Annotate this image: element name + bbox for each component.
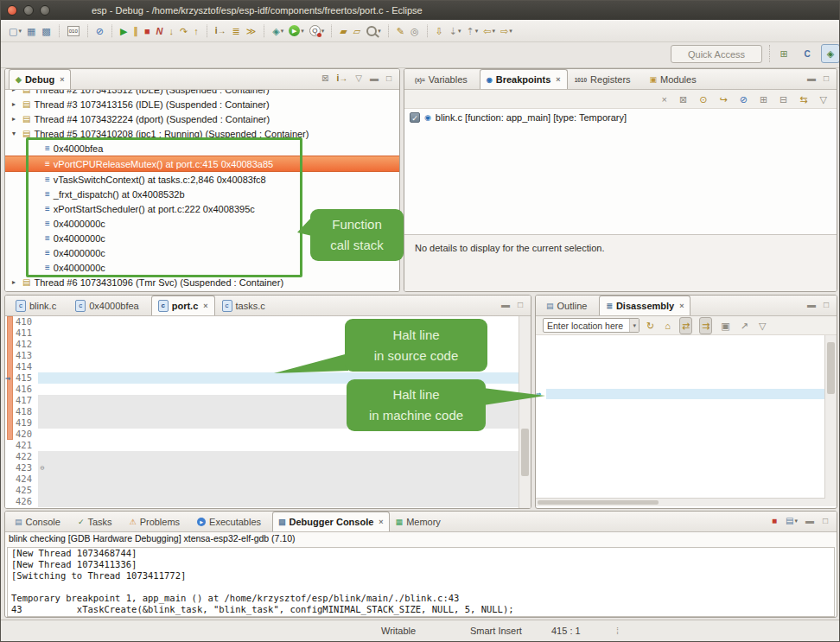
show-stack-icon[interactable]: ≣ <box>231 22 243 40</box>
goto-file-icon[interactable]: ↪ <box>717 91 729 108</box>
view-tab[interactable]: ◉ Breakpoints × <box>480 69 568 89</box>
editor-tab[interactable]: c port.c × <box>151 296 215 315</box>
use-step-filters-icon[interactable]: ≫ <box>245 22 259 40</box>
editor-vertical-scrollbar[interactable] <box>519 316 531 509</box>
step-into-icon[interactable]: ↓ <box>168 22 177 40</box>
disassembly-line[interactable]: 40083a87: srli a3, a0, 6 <box>536 399 837 410</box>
disassembly-line[interactable]: 40083a88: entry a1, 32 <box>536 432 837 442</box>
disassembly-line[interactable]: 40083a7d: movi.n a2, 1 <box>536 335 837 346</box>
debug-icon[interactable]: ◈ ▾ <box>270 22 285 40</box>
tab-close-icon[interactable]: × <box>556 75 560 84</box>
minimize-icon[interactable]: ▬ <box>807 299 816 311</box>
code-line[interactable]: 423 ⊖ void vPortFirstTaskHook(TaskFuncti… <box>5 462 531 474</box>
open-resource-icon[interactable]: ▱ <box>352 22 363 40</box>
editor-tab[interactable]: c tasks.c <box>215 296 277 315</box>
toggle-mark-occurrences-icon[interactable]: ✎ <box>395 22 407 40</box>
code-line[interactable]: 416 return ret; <box>5 384 531 395</box>
disassembly-vertical-scrollbar[interactable] <box>824 335 837 506</box>
disassembly-line[interactable]: ⇒ 40083a85: retw.n <box>536 389 837 399</box>
save-all-icon[interactable]: ▩ <box>40 22 53 40</box>
collapse-all-icon[interactable]: ⊟ <box>778 91 789 108</box>
remove-all-breakpoints-icon[interactable]: ⊠ <box>678 91 689 108</box>
disassembly-line[interactable]: 453 return heap_caps_malloc(xWantedSize <box>536 442 837 453</box>
code-line[interactable]: 426 #endif <box>5 496 531 507</box>
next-annotation-icon[interactable]: ⇣ ▾ <box>448 22 463 40</box>
source-editor[interactable]: 410 ets_printf("Last non-recursive lock … <box>5 316 531 509</box>
maximize-icon[interactable]: □ <box>824 299 829 311</box>
editor-tab[interactable]: c 0x4000bfea <box>68 296 151 315</box>
code-line[interactable]: ⇒ 415 portEXIT_CRITICAL_NESTED(irqStatus… <box>5 372 531 384</box>
view-tab[interactable]: 1010 Registers <box>568 69 643 89</box>
remove-breakpoint-icon[interactable]: × <box>660 91 669 108</box>
previous-annotation-icon[interactable]: ⇡ ▾ <box>465 22 480 40</box>
disassembly-horizontal-scrollbar[interactable] <box>536 498 825 506</box>
cpp-perspective-icon[interactable]: C <box>798 44 817 63</box>
view-tab[interactable]: ⚠ Problems <box>124 512 192 531</box>
skip-all-breakpoints-icon[interactable]: ⊘ <box>738 91 749 108</box>
fold-marker-icon[interactable] <box>38 417 47 429</box>
view-tab[interactable]: ▤ Debugger Console × <box>272 512 390 531</box>
disassembly-line[interactable]: 40083a82: callx8 a8 <box>536 367 837 378</box>
tab-close-icon[interactable]: × <box>379 518 383 526</box>
scrollbar-thumb[interactable] <box>538 500 659 505</box>
fold-marker-icon[interactable] <box>38 429 47 440</box>
minimize-icon[interactable]: ▬ <box>805 515 815 527</box>
resume-icon[interactable]: ▶ <box>118 22 130 40</box>
fold-marker-icon[interactable] <box>38 372 47 384</box>
disassembly-line[interactable]: pvPortMalloc: <box>536 421 837 431</box>
code-line[interactable]: 417 #else //!CONFIG_FREERTOS_UNICORE <box>5 395 531 406</box>
debug-tree-row[interactable]: ≡ 0x4000000c <box>5 216 399 231</box>
fold-marker-icon[interactable] <box>38 406 47 417</box>
show-supported-breakpoints-icon[interactable]: ⊙ <box>697 91 709 108</box>
debug-tree-row[interactable]: ≡ 0x4000000c <box>5 260 399 275</box>
breakpoint-checkbox[interactable]: ✓ <box>410 112 420 123</box>
disassembly-line[interactable]: 40083a91: call8 0x40081b20 <heap_caps_ma… <box>536 474 837 485</box>
code-line[interactable]: 411 ets_printf("Called by %s line %d\n",… <box>5 327 531 339</box>
new-view-icon[interactable]: ▣ <box>719 317 731 334</box>
debug-tree-row[interactable]: ▸ ▤ Thread #4 1073432224 (dport) (Suspen… <box>5 111 399 126</box>
disassembly-line[interactable]: 40083a8e: or a10, a2, a2 <box>536 464 837 474</box>
last-edit-location-icon[interactable]: ⇩ <box>434 22 446 40</box>
chevron-down-icon[interactable]: ▾ <box>629 319 639 332</box>
view-tab[interactable]: ▣ Modules <box>643 69 709 89</box>
forward-icon[interactable]: ⇨ ▾ <box>499 22 514 40</box>
window-minimize-icon[interactable] <box>23 5 34 16</box>
code-line[interactable]: 419 #endif <box>5 417 531 429</box>
expand-arrow-icon[interactable]: ▸ <box>12 100 22 108</box>
step-over-icon[interactable]: ↷ <box>178 22 190 40</box>
expand-arrow-icon[interactable]: ▸ <box>12 278 22 286</box>
view-tab[interactable]: ✓ Tasks <box>72 512 124 531</box>
view-menu-icon[interactable]: ▽ <box>757 317 767 334</box>
debug-tree-row[interactable]: ≡ 0x4000000c <box>5 231 399 245</box>
tab-close-icon[interactable]: × <box>679 302 684 310</box>
debug-tree-row[interactable]: ▸ ▤ Thread #6 1073431096 (Tmr Svc) (Susp… <box>5 275 399 289</box>
fold-marker-icon[interactable] <box>38 474 47 485</box>
maximize-icon[interactable]: □ <box>823 515 829 527</box>
breakpoint-row[interactable]: ✓ ◉ blink.c [function: app_main] [type: … <box>404 109 837 125</box>
debug-tree-row[interactable]: ≡ 0x4000bfea <box>5 141 399 156</box>
step-return-icon[interactable]: ↑ <box>192 22 201 40</box>
code-line[interactable]: 424 esp_set_breakpoint_if_jtag(function)… <box>5 474 531 485</box>
terminate-icon[interactable]: ■ <box>772 515 778 527</box>
disassembly-listing[interactable]: 40083a7d: movi.n a2, 1 415 portEXIT_CRIT… <box>536 335 837 506</box>
fold-marker-icon[interactable] <box>38 451 47 462</box>
instruction-stepping-icon[interactable]: i→ <box>213 22 229 40</box>
code-line[interactable]: 412 #endif <box>5 339 531 350</box>
fold-marker-icon[interactable] <box>38 485 47 496</box>
display-selected-console-icon[interactable]: ▤ ▾ <box>786 515 798 527</box>
code-line[interactable]: 414 } <box>5 361 531 372</box>
fold-marker-icon[interactable] <box>38 384 47 395</box>
fold-marker-icon[interactable] <box>38 395 47 406</box>
view-tab[interactable]: ▦ Memory <box>390 512 452 531</box>
location-combo[interactable]: Enter location here ▾ <box>543 318 640 333</box>
search-icon[interactable]: ● ▾ <box>365 22 383 40</box>
view-tab[interactable]: ▤ Console <box>9 512 72 531</box>
skip-all-breakpoints-icon[interactable]: ⊘ <box>94 22 106 40</box>
disassembly-line[interactable]: 40083a7f: l32r a8, 0x40080544 <box>536 357 837 367</box>
code-line[interactable]: 410 ets_printf("Last non-recursive lock … <box>5 316 531 327</box>
code-line[interactable]: 425 } <box>5 485 531 496</box>
disassembly-line[interactable]: 415 portEXIT_CRITICAL_NESTED(irqStatus) <box>536 346 837 356</box>
open-perspective-icon[interactable]: ⊞ <box>774 44 793 63</box>
minimize-icon[interactable]: ▬ <box>807 73 816 85</box>
debug-perspective-icon[interactable]: ◈ <box>821 44 840 63</box>
